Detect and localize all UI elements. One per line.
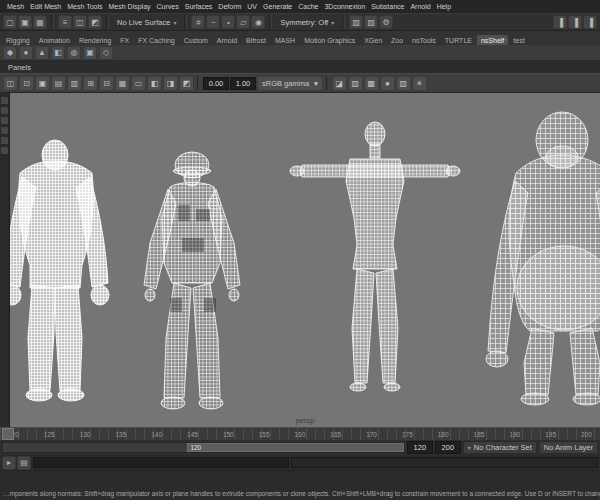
ogre-wireframe-model[interactable] <box>10 140 109 401</box>
shelf-tab[interactable]: FX <box>116 35 133 45</box>
shelf-item-4-icon[interactable]: ◧ <box>51 46 65 60</box>
menu-item[interactable]: Mesh <box>4 3 27 10</box>
isolate-select-icon[interactable]: ◪ <box>332 76 347 91</box>
render-current-frame-icon[interactable]: ▧ <box>349 15 363 29</box>
select-by-component-icon[interactable]: ◩ <box>88 15 102 29</box>
tool-settings-toggle-icon[interactable]: ▐ <box>568 15 582 29</box>
shelf-tab[interactable]: Rigging <box>2 35 34 45</box>
shelf-tab[interactable]: test <box>509 35 528 45</box>
shelf-item-5-icon[interactable]: ◍ <box>67 46 81 60</box>
xray-icon[interactable]: ▨ <box>348 76 363 91</box>
ipr-render-icon[interactable]: ▨ <box>364 15 378 29</box>
lock-camera-icon[interactable]: ⊡ <box>19 76 34 91</box>
command-line-input[interactable] <box>33 457 289 468</box>
select-tool-icon[interactable] <box>1 97 8 104</box>
panel-menu-item[interactable]: Panels <box>4 63 35 72</box>
shelf-tab[interactable]: nsShelf <box>477 35 508 45</box>
snap-to-plane-icon[interactable]: ▱ <box>236 15 250 29</box>
shelf-tab[interactable]: MASH <box>271 35 299 45</box>
menu-item[interactable]: Arnold <box>407 3 433 10</box>
save-scene-icon[interactable]: ▦ <box>33 15 47 29</box>
menu-item[interactable]: Curves <box>154 3 182 10</box>
snap-to-curve-icon[interactable]: ~ <box>206 15 220 29</box>
exposure-field[interactable] <box>203 77 229 90</box>
make-live-icon[interactable]: ◉ <box>251 15 265 29</box>
shelf-tab[interactable]: Bifrost <box>242 35 270 45</box>
symmetry-dropdown[interactable]: Symmetry: Off ▾ <box>276 18 338 27</box>
select-by-object-icon[interactable]: ◫ <box>73 15 87 29</box>
shelf-tab[interactable]: Custom <box>180 35 212 45</box>
snap-to-point-icon[interactable]: • <box>221 15 235 29</box>
select-by-hierarchy-icon[interactable]: ≡ <box>58 15 72 29</box>
shaded-mode-icon[interactable]: ● <box>380 76 395 91</box>
menu-item[interactable]: Surfaces <box>182 3 216 10</box>
gamma-field[interactable] <box>230 77 256 90</box>
shelf-tab[interactable]: FX Caching <box>134 35 179 45</box>
menu-item[interactable]: Deform <box>215 3 244 10</box>
menu-item[interactable]: Cache <box>295 3 321 10</box>
bookmarks-icon[interactable]: ▤ <box>51 76 66 91</box>
wireframe-icon[interactable]: ▩ <box>364 76 379 91</box>
scale-tool-icon[interactable] <box>1 147 8 154</box>
live-surface-dropdown[interactable]: No Live Surface ▾ <box>113 18 180 27</box>
open-scene-icon[interactable]: ▣ <box>18 15 32 29</box>
resolution-gate-icon[interactable]: ◧ <box>147 76 162 91</box>
menu-item[interactable]: Help <box>434 3 454 10</box>
male-figure-wireframe-model[interactable] <box>290 122 460 391</box>
shelf-tab[interactable]: XGen <box>360 35 386 45</box>
two-d-pan-zoom-icon[interactable]: ⊞ <box>83 76 98 91</box>
shelf-item-2-icon[interactable]: ● <box>19 46 33 60</box>
character-set-dropdown[interactable]: ▾ No Character Set <box>463 441 537 454</box>
menu-item[interactable]: Mesh Display <box>106 3 154 10</box>
shelf-tab[interactable]: Arnold <box>213 35 241 45</box>
shelf-tab[interactable]: Zoo <box>387 35 407 45</box>
shelf-tab[interactable]: TURTLE <box>441 35 476 45</box>
script-editor-icon[interactable]: ▤ <box>17 456 31 470</box>
select-camera-icon[interactable]: ◫ <box>3 76 18 91</box>
image-plane-icon[interactable]: ▥ <box>67 76 82 91</box>
shelf-item-3-icon[interactable]: ▲ <box>35 46 49 60</box>
menu-item[interactable]: 3Dconnexion <box>321 3 368 10</box>
gate-mask-icon[interactable]: ◨ <box>163 76 178 91</box>
time-slider[interactable]: 1201251301351401451501551601651701751801… <box>0 428 600 440</box>
textured-mode-icon[interactable]: ▧ <box>396 76 411 91</box>
perspective-viewport[interactable]: persp <box>10 93 600 427</box>
shelf-tab[interactable]: Rendering <box>75 35 115 45</box>
shelf-item-1-icon[interactable]: ◆ <box>3 46 17 60</box>
soldier-wireframe-model[interactable] <box>144 152 240 409</box>
menu-item[interactable]: Mesh Tools <box>64 3 105 10</box>
lasso-tool-icon[interactable] <box>1 107 8 114</box>
menu-item[interactable]: Generate <box>260 3 295 10</box>
playback-end-field[interactable] <box>407 441 433 454</box>
new-scene-icon[interactable]: ▢ <box>3 15 17 29</box>
oversampling-icon[interactable]: ⊟ <box>99 76 114 91</box>
safe-action-icon[interactable]: ◩ <box>179 76 194 91</box>
shelf-item-6-icon[interactable]: ▣ <box>83 46 97 60</box>
lighting-icon[interactable]: ☀ <box>412 76 427 91</box>
shelf-tab[interactable]: Motion Graphics <box>300 35 359 45</box>
view-transform-dropdown[interactable]: sRGB gamma ▾ <box>257 76 323 91</box>
current-frame-marker[interactable] <box>2 428 14 440</box>
command-line-mel-icon[interactable]: ▸ <box>2 456 16 470</box>
playback-range-bar[interactable]: 120 <box>187 443 403 452</box>
shelf-item-7-icon[interactable]: ◇ <box>99 46 113 60</box>
range-slider[interactable]: 120 <box>2 442 405 453</box>
grid-display-icon[interactable]: ▦ <box>115 76 130 91</box>
render-settings-icon[interactable]: ⚙ <box>379 15 393 29</box>
shelf-tab[interactable]: Animation <box>35 35 74 45</box>
shelf-tab[interactable]: nsTools <box>408 35 440 45</box>
animation-end-field[interactable] <box>435 441 461 454</box>
rotate-tool-icon[interactable] <box>1 137 8 144</box>
snap-to-grid-icon[interactable]: # <box>191 15 205 29</box>
move-tool-icon[interactable] <box>1 127 8 134</box>
camera-attributes-icon[interactable]: ▣ <box>35 76 50 91</box>
menu-item[interactable]: UV <box>244 3 260 10</box>
film-gate-icon[interactable]: ▭ <box>131 76 146 91</box>
channel-box-toggle-icon[interactable]: ▐ <box>583 15 597 29</box>
menu-item[interactable]: Substance <box>368 3 407 10</box>
anim-layer-dropdown[interactable]: No Anim Layer <box>539 441 598 454</box>
gorilla-wireframe-model[interactable] <box>486 112 600 405</box>
attribute-editor-toggle-icon[interactable]: ▐ <box>553 15 567 29</box>
paint-select-tool-icon[interactable] <box>1 117 8 124</box>
menu-item[interactable]: Edit Mesh <box>27 3 64 10</box>
